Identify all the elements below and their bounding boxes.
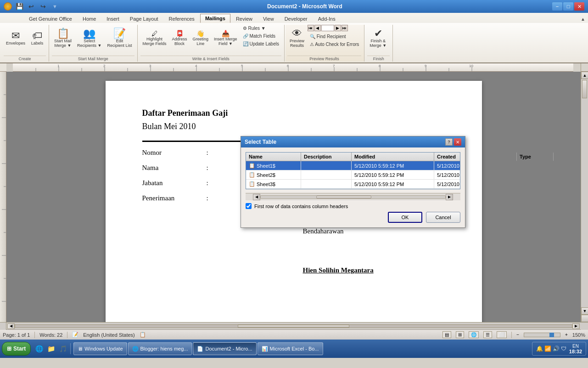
tab-get-genuine[interactable]: Get Genuine Office: [24, 14, 77, 23]
address-block-label: AddressBlock: [172, 37, 187, 46]
first-row-checkbox[interactable]: [246, 203, 252, 209]
view-web[interactable]: 🌐: [469, 331, 479, 338]
taskbar-item-word[interactable]: 📄 Document2 - Micro...: [193, 342, 256, 355]
labels-button[interactable]: 🏷 Labels: [28, 25, 46, 51]
close-button[interactable]: ✕: [574, 2, 584, 11]
scroll-thumb[interactable]: [316, 196, 372, 198]
select-recipients-button[interactable]: 👥 SelectRecipients ▼: [75, 25, 104, 51]
hscroll-left-button[interactable]: ◀: [7, 323, 15, 329]
col-name: Name: [246, 153, 301, 161]
tab-review[interactable]: Review: [231, 14, 258, 23]
scroll-down-button[interactable]: ▼: [581, 307, 588, 315]
start-mail-merge-button[interactable]: 📋 Start MailMerge ▼: [52, 25, 74, 51]
tray-time: 18:32: [569, 349, 582, 354]
group-preview-results: 👁 PreviewResults ⏮ ◀ ▶ ⏭ 🔍 Find Recipien…: [286, 25, 364, 62]
envelopes-icon: ✉: [11, 31, 20, 41]
match-fields-button[interactable]: 🔗 Match Fields: [241, 33, 281, 40]
scroll-left-button[interactable]: ◀: [253, 194, 260, 200]
select-table-dialog: Select Table ? ✕ Name: [241, 136, 465, 228]
zoom-out-button[interactable]: −: [516, 332, 519, 337]
zoom-slider[interactable]: [524, 333, 560, 337]
insert-merge-field-button[interactable]: 📥 Insert MergeField ▼: [212, 25, 240, 51]
table-row[interactable]: 📋 Sheet3$ 5/12/2010 5:59:12 PM 5/12/2010…: [246, 180, 460, 189]
split-button[interactable]: [581, 315, 588, 322]
quick-launch-media[interactable]: 🎵: [57, 343, 68, 354]
nav-prev-button[interactable]: ◀: [314, 25, 321, 31]
taskbar-item-excel[interactable]: 📊 Microsoft Excel - Bo...: [258, 342, 323, 355]
address-block-button[interactable]: 📮 AddressBlock: [170, 25, 190, 51]
scroll-up-button[interactable]: ▲: [581, 72, 588, 79]
group-start-mail-merge: 📋 Start MailMerge ▼ 👥 SelectRecipients ▼…: [50, 25, 137, 62]
scroll-thumb-v[interactable]: [582, 80, 587, 98]
view-full-screen[interactable]: ⊞: [456, 331, 464, 338]
status-words: Words: 22: [39, 332, 62, 338]
dialog-close-button[interactable]: ✕: [454, 138, 461, 146]
greeting-line-button[interactable]: 👋 GreetingLine: [190, 25, 211, 51]
row3-desc: [301, 180, 352, 188]
nav-last-button[interactable]: ⏭: [342, 25, 348, 31]
preview-left: 👁 PreviewResults ⏮ ◀ ▶ ⏭ 🔍 Find Recipien…: [287, 25, 361, 51]
tab-home[interactable]: Home: [78, 14, 101, 23]
zoom-thumb[interactable]: [549, 333, 554, 337]
zoom-in-button[interactable]: +: [565, 332, 568, 337]
save-button[interactable]: 💾: [15, 2, 24, 11]
view-draft[interactable]: ⬜: [497, 331, 507, 338]
document-scroll-area[interactable]: Daftar Penerimaan Gaji Bulan Mei 2010 No…: [6, 72, 581, 322]
finish-merge-button[interactable]: ✔ Finish &Merge ▼: [367, 25, 389, 51]
col-created: Created: [434, 153, 517, 161]
tray-clock: EN 18:32: [569, 344, 582, 354]
hscroll-track-container[interactable]: ◀ ▶: [6, 323, 581, 329]
undo-button[interactable]: ↩: [27, 2, 36, 11]
horizontal-scrollbar[interactable]: ◀ ▶: [246, 193, 460, 200]
tab-view[interactable]: View: [258, 14, 279, 23]
tab-add-ins[interactable]: Add-Ins: [313, 14, 341, 23]
nav-page-input[interactable]: [321, 25, 334, 31]
view-print-layout[interactable]: ▤: [442, 331, 451, 338]
highlight-merge-fields-button[interactable]: 🖊 HighlightMerge Fields: [140, 25, 169, 51]
tab-developer[interactable]: Developer: [280, 14, 313, 23]
envelopes-button[interactable]: ✉ Envelopes: [4, 25, 28, 51]
bottom-scrollbar-container: ◀ ▶: [0, 322, 588, 329]
scroll-track-v[interactable]: [581, 79, 588, 307]
row1-desc: [301, 161, 352, 170]
update-labels-button[interactable]: 🔄 Update Labels: [241, 40, 281, 47]
rules-button[interactable]: ⚙ Rules ▼: [241, 25, 281, 32]
write-insert-right: ⚙ Rules ▼ 🔗 Match Fields 🔄 Update Labels: [241, 25, 281, 47]
tab-references[interactable]: References: [164, 14, 200, 23]
quick-launch-ie[interactable]: 🌐: [34, 343, 45, 354]
tab-mailings[interactable]: Mailings: [200, 14, 230, 23]
maximize-button[interactable]: □: [563, 2, 573, 11]
tray-volume-icon: 🔊: [553, 345, 560, 352]
table-body: 📋 Sheet1$ 5/12/2010 5:59:12 PM 5/12/2010…: [246, 161, 460, 189]
hscroll-thumb[interactable]: [238, 325, 349, 328]
find-recipient-button[interactable]: 🔍 Find Recipient: [308, 33, 361, 40]
auto-check-errors-button[interactable]: ⚠ Auto Check for Errors: [308, 41, 361, 48]
tab-insert[interactable]: Insert: [101, 14, 124, 23]
svg-text:4: 4: [195, 64, 197, 68]
table-row[interactable]: 📋 Sheet1$ 5/12/2010 5:59:12 PM 5/12/2010…: [246, 161, 460, 170]
redo-button[interactable]: ↪: [39, 2, 48, 11]
preview-results-button[interactable]: 👁 PreviewResults: [287, 25, 307, 51]
taskbar-item-windows-update[interactable]: 🖥 Windows Update: [73, 342, 127, 355]
minimize-button[interactable]: −: [552, 2, 562, 11]
ok-button[interactable]: OK: [388, 212, 422, 223]
edit-recipient-list-button[interactable]: 📝 EditRecipient List: [105, 25, 134, 51]
scroll-track[interactable]: [260, 195, 446, 199]
scroll-right-button[interactable]: ▶: [446, 194, 453, 200]
greeting-line-label: GreetingLine: [193, 37, 209, 46]
tab-page-layout[interactable]: Page Layout: [125, 14, 163, 23]
page-container: Daftar Penerimaan Gaji Bulan Mei 2010 No…: [6, 72, 581, 322]
hscroll-right-button[interactable]: ▶: [572, 323, 580, 329]
start-button[interactable]: ⊞ Start: [2, 342, 31, 356]
nav-next-button[interactable]: ▶: [335, 25, 341, 31]
hscroll-track[interactable]: [15, 324, 572, 328]
highlight-icon: 🖊: [151, 30, 158, 37]
table-row[interactable]: 📋 Sheet2$ 5/12/2010 5:59:12 PM 5/12/2010…: [246, 170, 460, 180]
view-outline[interactable]: ☰: [483, 331, 492, 338]
taskbar-item-blogger[interactable]: 🌐 Blogger: hiens meg...: [128, 342, 192, 355]
quick-launch-folder[interactable]: 📁: [45, 343, 56, 354]
cancel-button[interactable]: Cancel: [426, 212, 460, 223]
dialog-help-button[interactable]: ?: [445, 138, 453, 146]
nav-first-button[interactable]: ⏮: [308, 25, 314, 31]
address-block-icon: 📮: [176, 30, 184, 37]
